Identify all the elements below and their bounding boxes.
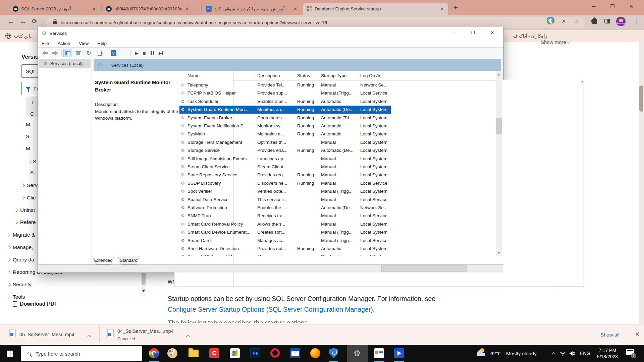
- tab-close-icon[interactable]: ✕: [440, 6, 445, 11]
- globe-icon[interactable]: [5, 33, 11, 39]
- content-link[interactable]: Configure Server Startup Options (SQL Se…: [168, 306, 373, 313]
- weather-icon[interactable]: [477, 348, 487, 357]
- tab-sql-server-2022[interactable]: SQL Server 2022 آموزش ✕: [9, 3, 100, 15]
- service-row[interactable]: ⚙TCP/IP NetBIOS HelperProvides sup...Man…: [38, 89, 407, 97]
- scroll-down-icon[interactable]: [497, 252, 500, 254]
- extensions-icon[interactable]: [592, 19, 597, 24]
- service-cell: Running: [297, 122, 319, 130]
- service-row[interactable]: ⚙Shared PC Account ManagerManages pr...D…: [38, 253, 407, 256]
- download-item[interactable]: 05_SqlServer_Mesri.mp4: [19, 332, 74, 337]
- tab-database-engine-active[interactable]: Database Engine Service startup ✕: [303, 3, 448, 15]
- service-row[interactable]: ⚙Storage ServiceProvides ena...RunningAu…: [38, 146, 407, 155]
- tab-close-icon[interactable]: ✕: [185, 6, 190, 11]
- service-cell: Local System: [360, 114, 392, 122]
- taskbar-chrome-icon[interactable]: [149, 348, 159, 358]
- taskbar-contacts-icon[interactable]: [374, 348, 384, 358]
- view-tab-extended[interactable]: Extended: [93, 256, 114, 264]
- new-tab-button[interactable]: +: [453, 3, 458, 12]
- service-row[interactable]: ⚙Software ProtectionEnables the ...Autom…: [38, 204, 407, 212]
- download-item[interactable]: 04_SqlServer_Mes....mp4: [117, 328, 174, 334]
- taskbar-movies-icon[interactable]: [394, 348, 404, 358]
- service-gear-icon: ⚙: [181, 245, 185, 253]
- show-more-button[interactable]: Show more: [541, 39, 566, 45]
- microsoft-logo-icon: [307, 6, 312, 11]
- volume-icon[interactable]: [569, 351, 576, 356]
- taskbar-opera-icon[interactable]: [270, 348, 280, 358]
- wifi-icon[interactable]: [559, 351, 566, 356]
- list-scrollbar[interactable]: [496, 71, 502, 256]
- service-cell: Spot Verifier: [187, 187, 254, 195]
- service-row[interactable]: ⚙Spot VerifierVerifies pote...Manual (Tr…: [38, 187, 407, 195]
- service-cell: Software Protection: [187, 204, 254, 212]
- chrome-profile-badge: [154, 353, 159, 358]
- service-cell: Automatic (De...: [321, 204, 359, 212]
- page-scrollbar-thumb[interactable]: [639, 85, 643, 112]
- tab-close-icon[interactable]: ✕: [92, 6, 97, 11]
- service-row[interactable]: ⚙System Guard Runtime Mon...Monitors an.…: [38, 106, 407, 114]
- profile-avatar[interactable]: Bama you: [616, 17, 626, 26]
- taskbar-mail-icon[interactable]: [290, 348, 300, 358]
- service-row[interactable]: ⚙SSDP DiscoveryDiscovers ne...RunningMan…: [38, 179, 407, 187]
- service-cell: Creates soft...: [257, 228, 295, 236]
- reload-icon[interactable]: ⟳: [32, 17, 37, 25]
- service-row[interactable]: ⚙Smart Card Removal PolicyAllows the s..…: [38, 220, 407, 228]
- service-cell: Manual: [321, 81, 359, 89]
- browser-menu-icon[interactable]: ⋮: [633, 17, 639, 24]
- browser-maximize-button[interactable]: ❒: [607, 3, 618, 9]
- service-row[interactable]: ⚙SNMP TrapReceives tra...ManualLocal Ser…: [38, 212, 407, 220]
- share-icon[interactable]: ↗: [561, 18, 565, 25]
- taskbar-search[interactable]: Type here to search: [21, 346, 142, 361]
- tab-hash[interactable]: a80f42d8702743b88d82ef33203e ✕: [103, 3, 193, 15]
- browser-close-button[interactable]: ✕: [626, 3, 636, 9]
- service-row[interactable]: ⚙TelephonyProvides Tel...RunningManualNe…: [38, 81, 407, 89]
- service-cell: Allows the s...: [257, 220, 295, 228]
- tab-close-icon[interactable]: ✕: [293, 6, 298, 11]
- list-scrollbar-thumb[interactable]: [496, 118, 502, 134]
- bookmark-item[interactable]: راهکاران - آداک ف: [513, 34, 547, 39]
- service-row[interactable]: ⚙Smart CardManages ac...Manual (Trigg...…: [38, 237, 407, 245]
- download-pdf-link[interactable]: Download PDF: [20, 301, 58, 307]
- download-pdf-icon: [13, 301, 17, 307]
- service-row[interactable]: ⚙Smart Card Device Enumerat...Creates so…: [38, 228, 407, 236]
- downloads-close-icon[interactable]: ✕: [635, 331, 640, 338]
- service-row[interactable]: ⚙State Repository ServiceProvides req...…: [38, 171, 407, 179]
- taskbar-file-explorer-icon[interactable]: [189, 350, 199, 357]
- service-row[interactable]: ⚙System Events BrokerCoordinates ...Runn…: [38, 114, 407, 122]
- service-row[interactable]: ⚙Still Image Acquisition EventsLaunches …: [38, 155, 407, 163]
- start-button[interactable]: [7, 351, 13, 357]
- side-panel-icon[interactable]: [604, 19, 610, 23]
- service-cell: Automatic: [321, 98, 359, 106]
- taskbar-settings-icon[interactable]: ⚙: [354, 349, 361, 358]
- browser-minimize-button[interactable]: ─: [589, 3, 599, 9]
- date-label: 5/18/2023: [594, 354, 621, 360]
- scroll-up-icon[interactable]: [497, 73, 500, 75]
- taskbar-paint-icon[interactable]: [167, 348, 177, 358]
- forward-icon[interactable]: →: [19, 17, 26, 25]
- lock-icon[interactable]: [53, 21, 57, 24]
- google-icon[interactable]: [547, 17, 554, 24]
- view-tab-standard[interactable]: Standard: [118, 256, 140, 264]
- service-row[interactable]: ⚙Steam Client ServiceSteam Client...Manu…: [38, 163, 407, 171]
- service-row[interactable]: ⚙Storage Tiers ManagementOptimizes th...…: [38, 138, 407, 146]
- service-row[interactable]: ⚙Spatial Data ServiceThis service i...Ma…: [38, 196, 407, 204]
- taskbar-firefox-icon[interactable]: [310, 348, 320, 358]
- back-icon[interactable]: ←: [7, 17, 14, 25]
- scroll-down-arrow-icon[interactable]: [142, 290, 145, 292]
- service-row[interactable]: ⚙Task SchedulerEnables a us...RunningAut…: [38, 98, 407, 106]
- service-row[interactable]: ⚙Shell Hardware DetectionProvides not...…: [38, 245, 407, 253]
- weather-condition[interactable]: Mostly cloudy: [506, 351, 537, 356]
- service-row[interactable]: ⚙SysMainMaintains a...RunningAutomaticLo…: [38, 130, 407, 138]
- bookmark-item[interactable]: این کتاب...: [14, 34, 34, 39]
- taskbar-clock[interactable]: 7:17 PM5/18/2023: [594, 347, 621, 360]
- weather-temp[interactable]: 62°F: [490, 351, 501, 356]
- service-gear-icon: ⚙: [181, 196, 185, 204]
- bookmark-star-icon[interactable]: ☆: [574, 18, 580, 25]
- service-row[interactable]: ⚙System Event Notification S...Monitors …: [38, 122, 407, 130]
- taskbar-camtasia-icon[interactable]: C: [209, 348, 219, 358]
- language-indicator[interactable]: ENG: [580, 351, 590, 356]
- tab-persian-tutorial[interactable]: رافا آموزش نحوه اجرا کردن یا متوقف کرد ✕: [203, 3, 301, 15]
- service-cell: Running: [297, 81, 319, 89]
- show-all-downloads-button[interactable]: Show all: [600, 332, 620, 338]
- taskbar-photoshop-icon[interactable]: Ps: [250, 348, 260, 358]
- taskbar-microsoft-store-icon[interactable]: [230, 348, 240, 358]
